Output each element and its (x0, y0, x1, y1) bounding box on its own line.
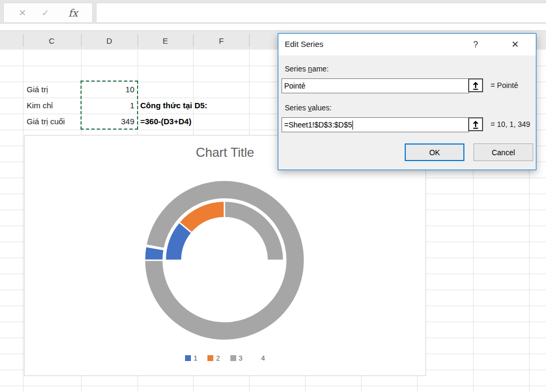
enter-icon[interactable]: ✓ (31, 7, 59, 19)
doughnut-chart (25, 135, 425, 375)
text-cursor (352, 121, 353, 130)
series-values-input[interactable]: =Sheet1!$D$3:$D$5 (282, 117, 469, 132)
series-values-label: Series values: (285, 103, 332, 112)
formula-bar: ✕ ✓ fx (0, 0, 546, 24)
legend-label: 4 (261, 354, 265, 362)
arrow-up-from-bar-icon (472, 81, 479, 90)
edit-series-dialog: Edit Series ? ✕ Series name: Pointẻ = Po… (278, 33, 536, 170)
formula-buttons: ✕ ✓ fx (3, 3, 93, 23)
legend-swatch (185, 355, 191, 361)
dialog-titlebar[interactable]: Edit Series ? ✕ (278, 34, 536, 55)
column-header-C[interactable]: C (36, 31, 68, 50)
column-header-E[interactable]: E (149, 31, 181, 50)
help-button[interactable]: ? (469, 38, 483, 51)
formula-input[interactable] (96, 3, 546, 23)
header-separator (138, 34, 138, 47)
series-name-result: = Pointẻ (491, 81, 518, 90)
series-values-result: = 10, 1, 349 (491, 120, 530, 129)
header-separator (81, 34, 82, 47)
legend-item-1[interactable]: 1 (185, 354, 197, 362)
cell-C3[interactable]: Giá trị (27, 81, 48, 97)
gridline (23, 50, 23, 392)
legend-item-2[interactable]: 2 (207, 354, 220, 362)
cell-E5-note[interactable]: =360-(D3+D4) (140, 113, 191, 129)
cancel-button[interactable]: Cancel (473, 143, 533, 161)
insert-function-icon[interactable]: fx (59, 7, 87, 19)
legend-swatch (207, 355, 213, 361)
cell-C4[interactable]: Kim chỉ (27, 97, 53, 113)
legend-label: 3 (239, 354, 243, 362)
column-header-D[interactable]: D (93, 31, 125, 50)
series-name-input[interactable]: Pointẻ (282, 78, 469, 93)
legend-swatch (253, 355, 259, 361)
header-separator (249, 34, 250, 47)
legend-swatch (230, 355, 236, 361)
cell-C5[interactable]: Giá trị cuối (27, 113, 65, 129)
chart-frame[interactable]: Chart Title 1234 (24, 135, 426, 376)
column-header-F[interactable]: F (205, 31, 237, 50)
cancel-icon[interactable]: ✕ (13, 7, 31, 19)
chart-legend[interactable]: 1234 (25, 354, 425, 362)
legend-item-4[interactable]: 4 (253, 354, 265, 362)
legend-item-3[interactable]: 3 (230, 354, 243, 362)
gridline (0, 386, 546, 386)
legend-label: 2 (216, 354, 220, 362)
cell-E4-note[interactable]: Công thức tại D5: (140, 97, 207, 113)
legend-label: 1 (194, 354, 197, 362)
arrow-up-from-bar-icon (472, 120, 479, 129)
header-separator (23, 34, 23, 47)
collapse-dialog-button[interactable] (468, 117, 483, 131)
series-name-label: Series name: (285, 65, 329, 73)
dialog-title: Edit Series (285, 39, 324, 49)
header-separator (193, 34, 194, 47)
collapse-dialog-button[interactable] (468, 78, 483, 92)
excel-window: ✕ ✓ fx CDEF Giá trị 10 Kim chỉ 1 Công th… (0, 0, 546, 392)
ok-button[interactable]: OK (405, 143, 464, 161)
marching-ants-selection (81, 81, 138, 130)
close-icon[interactable]: ✕ (508, 38, 522, 51)
